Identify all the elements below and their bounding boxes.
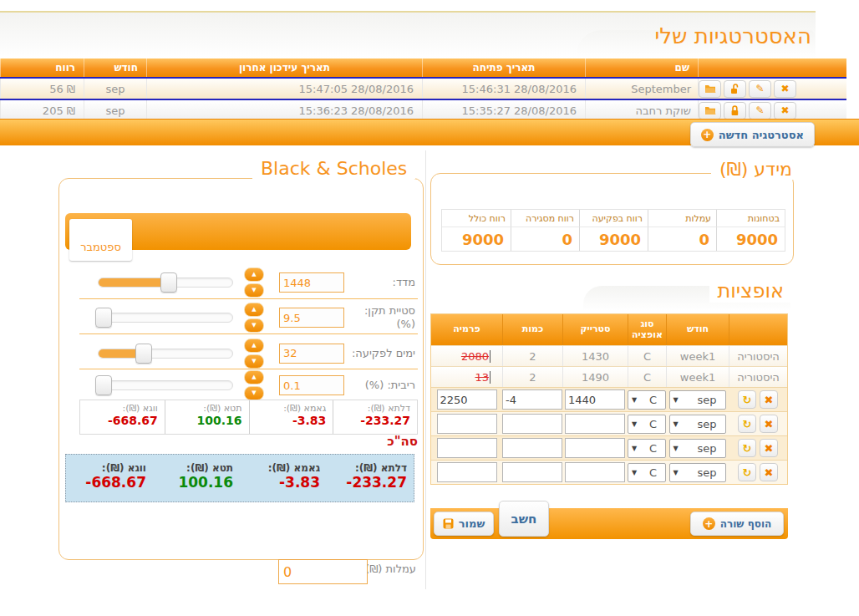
premium-input[interactable]: [437, 389, 497, 410]
option-type-select[interactable]: ▼C: [628, 463, 666, 482]
open-strategy-button[interactable]: [699, 102, 721, 120]
quantity-input[interactable]: [502, 438, 562, 458]
add-row-button[interactable]: הוסף שורה +: [690, 512, 784, 536]
option-type-select[interactable]: ▼C: [628, 439, 666, 458]
quantity-input[interactable]: [502, 414, 562, 434]
edit-strategy-button[interactable]: ✎: [749, 80, 771, 98]
tab-september[interactable]: ספטמבר: [69, 219, 132, 261]
calculate-button[interactable]: חשב: [499, 501, 549, 537]
strike-input[interactable]: [565, 438, 625, 458]
delete-row-button[interactable]: ✖: [760, 439, 778, 457]
lock-strategy-button[interactable]: [724, 102, 746, 120]
option-type-select[interactable]: ▼C: [628, 415, 666, 434]
strategy-last-update: 15:36:23 28/08/2016: [299, 104, 414, 117]
spinner-down-button[interactable]: ▼: [244, 354, 264, 369]
chevron-down-icon: ▼: [673, 420, 679, 428]
edit-strategy-button[interactable]: ✎: [749, 102, 771, 120]
strategy-row-september[interactable]: ✎ ✖ September 15:46:31 28/08/2016 15:47:…: [0, 77, 846, 100]
option-type-select[interactable]: ▼C: [628, 390, 666, 410]
open-strategy-button[interactable]: [699, 80, 721, 98]
delete-strategy-button[interactable]: ✖: [774, 80, 796, 98]
delete-row-button[interactable]: ✖: [760, 390, 778, 409]
options-header-premium: פרמיה: [431, 314, 502, 345]
new-strategy-label: אסטרטגיה חדשה: [719, 129, 804, 141]
refresh-row-button[interactable]: ↻: [738, 439, 756, 457]
refresh-icon: ↻: [743, 467, 752, 478]
strike-input[interactable]: [565, 389, 625, 410]
premium-input[interactable]: [437, 414, 497, 434]
delete-icon: ✖: [780, 105, 789, 115]
stddev-input[interactable]: [279, 308, 344, 328]
quantity-input[interactable]: [502, 389, 562, 410]
delete-strategy-button[interactable]: ✖: [774, 102, 796, 120]
commission-input[interactable]: [278, 559, 368, 584]
premium-input[interactable]: [437, 462, 497, 482]
stddev-slider[interactable]: [98, 313, 233, 323]
premium-input[interactable]: [437, 438, 497, 458]
slider-thumb[interactable]: [135, 344, 152, 364]
strike-input[interactable]: [565, 414, 625, 434]
info-table: בטחונות עמלות רווח בפקיעה רווח מסגירה רו…: [441, 209, 785, 252]
refresh-icon: ↻: [743, 419, 752, 430]
history-type: C: [628, 367, 666, 387]
history-qty: 2: [502, 367, 562, 387]
options-header-row: חודש סוג אופציה סטרייק כמות פרמיה: [431, 314, 787, 345]
slider-thumb[interactable]: [95, 375, 112, 395]
calculate-label: חשב: [511, 512, 537, 527]
refresh-row-button[interactable]: ↻: [738, 390, 756, 409]
stddev-spinner: ▲ ▼: [244, 303, 264, 333]
slider-thumb[interactable]: [160, 272, 177, 293]
column-header-actions: [698, 59, 846, 77]
folder-open-icon: [704, 84, 716, 94]
interest-input[interactable]: [279, 375, 344, 395]
history-premium-strikethrough: 2080: [461, 350, 490, 363]
history-type: C: [628, 346, 666, 366]
info-header-collateral: בטחונות: [716, 210, 785, 227]
index-label: מדד:: [350, 276, 415, 289]
strike-input[interactable]: [565, 462, 625, 482]
save-label: שמור: [459, 517, 485, 530]
quantity-input[interactable]: [502, 462, 562, 482]
param-row-days: ימים לפקיעה: ▲ ▼: [58, 336, 422, 370]
index-spinner: ▲ ▼: [244, 267, 264, 298]
month-select[interactable]: ▼sep: [669, 439, 726, 458]
option-edit-row: ↻ ✖ ▼sep ▼C: [431, 435, 787, 460]
slider-thumb[interactable]: [95, 308, 112, 328]
days-to-expiry-label: ימים לפקיעה:: [350, 346, 415, 359]
delete-row-button[interactable]: ✖: [760, 415, 778, 433]
chevron-down-icon: ▼: [632, 420, 637, 428]
spinner-down-button[interactable]: ▼: [244, 386, 264, 400]
spinner-down-button[interactable]: ▼: [244, 318, 264, 333]
info-title: מידע (₪): [711, 159, 801, 180]
month-select[interactable]: ▼sep: [669, 390, 726, 410]
spinner-up-button[interactable]: ▲: [244, 339, 264, 353]
save-button[interactable]: שמור: [434, 512, 494, 536]
month-select[interactable]: ▼sep: [669, 463, 726, 482]
total-gamma: גאמא (₪): -3.83: [240, 460, 327, 501]
totals-box: דלתא (₪): -233.27 גאמא (₪): -3.83 תטא (₪…: [65, 454, 414, 502]
param-row-interest: ריבית: (%) ▲ ▼: [58, 371, 422, 400]
delete-row-button[interactable]: ✖: [760, 463, 778, 481]
spinner-up-button[interactable]: ▲: [244, 303, 264, 317]
spinner-up-button[interactable]: ▲: [244, 370, 264, 384]
spinner-up-button[interactable]: ▲: [244, 267, 264, 282]
index-input[interactable]: [279, 272, 344, 293]
options-title: אופציות: [709, 279, 793, 303]
refresh-row-button[interactable]: ↻: [738, 415, 756, 433]
page-title: האסטרטגיות שלי: [654, 23, 811, 48]
strategy-name: שוקת רחבה: [585, 100, 698, 120]
strategy-last-update: 15:47:05 28/08/2016: [299, 83, 414, 95]
delete-icon: ✖: [765, 443, 774, 454]
option-type-value: C: [649, 466, 662, 479]
new-strategy-button[interactable]: אסטרטגיה חדשה +: [690, 122, 815, 147]
spinner-down-button[interactable]: ▼: [244, 283, 264, 298]
interest-slider[interactable]: [98, 380, 233, 390]
refresh-row-button[interactable]: ↻: [738, 463, 756, 481]
unlock-strategy-button[interactable]: [724, 80, 746, 98]
param-separator: [79, 333, 418, 334]
days-slider[interactable]: [98, 349, 233, 359]
month-select[interactable]: ▼sep: [669, 415, 726, 434]
days-to-expiry-input[interactable]: [279, 344, 344, 364]
strategy-row-shoket[interactable]: ✎ ✖ שוקת רחבה 15:35:27 28/08/2016 15:36:…: [0, 100, 846, 120]
index-slider[interactable]: [98, 277, 233, 288]
